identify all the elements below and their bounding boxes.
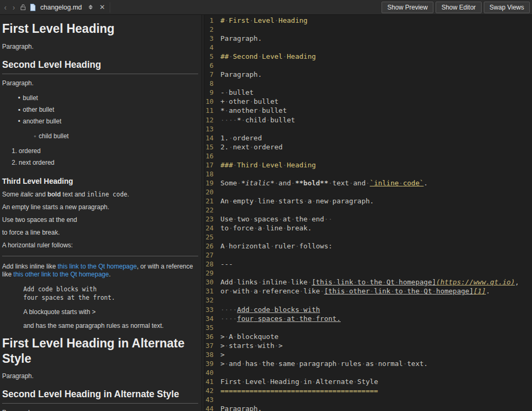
editor-line[interactable]: 23Use·two·spaces·at·the·end·· bbox=[205, 215, 532, 224]
whitespace-dot: · bbox=[282, 52, 287, 60]
editor-line[interactable]: 18 bbox=[205, 169, 532, 178]
whitespace-dot: · bbox=[229, 143, 233, 151]
editor-line[interactable]: 9-·bullet bbox=[205, 88, 532, 97]
whitespace-dot: · bbox=[304, 197, 308, 205]
line-number: 34 bbox=[205, 314, 220, 323]
line-number: 8 bbox=[205, 79, 220, 88]
editor-line[interactable]: 26A·horizontal·ruler·follows: bbox=[205, 242, 532, 251]
editor-line[interactable]: 34····four·spaces·at·the·front. bbox=[205, 314, 532, 323]
text-run: Some bbox=[2, 191, 21, 198]
whitespace-dot: · bbox=[225, 315, 229, 323]
line-number: 5 bbox=[205, 52, 220, 61]
editor-line[interactable]: 2 bbox=[205, 25, 532, 34]
line-number: 33 bbox=[205, 305, 220, 314]
line-number: 17 bbox=[205, 160, 220, 169]
editor-line[interactable]: 19Some·*italic*·and·**bold**·text·and·`i… bbox=[205, 178, 532, 187]
editor-line[interactable]: 21An·empty·line·starts·a·new·paragraph. bbox=[205, 196, 532, 206]
whitespace-dot: · bbox=[258, 278, 262, 286]
editor-line[interactable]: 5##·Second·Level·Heading bbox=[205, 52, 532, 61]
code-text: ····Add·code·blocks·with bbox=[220, 305, 320, 314]
whitespace-dot: · bbox=[241, 378, 245, 386]
line-number: 29 bbox=[205, 269, 220, 278]
qt-homepage-link[interactable]: this link to the Qt homepage bbox=[58, 263, 137, 270]
whitespace-dot: · bbox=[329, 197, 333, 205]
editor-line[interactable]: 8 bbox=[205, 79, 532, 88]
line-number: 24 bbox=[205, 224, 220, 233]
forward-button[interactable]: › bbox=[10, 1, 18, 14]
editor-line[interactable]: 6 bbox=[205, 61, 532, 70]
editor-line[interactable]: 16 bbox=[205, 151, 532, 160]
editor-line[interactable]: 25 bbox=[205, 233, 532, 242]
line-number: 37 bbox=[205, 341, 220, 350]
editor-line[interactable]: 32 bbox=[205, 296, 532, 305]
whitespace-dot: · bbox=[274, 197, 279, 205]
swap-views-button[interactable]: Swap Views bbox=[484, 2, 530, 13]
editor-line[interactable]: 3Paragraph. bbox=[205, 34, 532, 43]
text-run: . bbox=[109, 271, 110, 278]
md-paragraph: to force a line break. bbox=[2, 229, 198, 237]
italic-text: italic bbox=[21, 191, 33, 198]
md-h1-alt: First Level Heading in Alternate Style bbox=[2, 336, 198, 367]
whitespace-dot: · bbox=[258, 360, 262, 368]
editor-line[interactable]: 1#·First·Level·Heading bbox=[205, 16, 532, 25]
show-preview-button[interactable]: Show Preview bbox=[382, 2, 433, 13]
editor-line[interactable]: 28--- bbox=[205, 260, 532, 269]
editor-lines: 1#·First·Level·Heading23Paragraph.45##·S… bbox=[205, 16, 532, 411]
markdown-source-editor[interactable]: 1#·First·Level·Heading23Paragraph.45##·S… bbox=[205, 15, 532, 411]
whitespace-dot: · bbox=[229, 134, 233, 142]
code-text: 2.·next·ordered bbox=[220, 142, 282, 151]
close-document-button[interactable]: ✕ bbox=[100, 3, 105, 11]
whitespace-dot: · bbox=[229, 224, 233, 232]
editor-line[interactable]: 12····*·child·bullet bbox=[205, 115, 532, 124]
whitespace-dot: · bbox=[258, 52, 262, 60]
bullet-disc-icon: • bbox=[18, 92, 23, 104]
editor-line[interactable]: 152.·next·ordered bbox=[205, 142, 532, 151]
editor-line[interactable]: 13 bbox=[205, 124, 532, 133]
editor-line[interactable]: 31or·with·a·reference·like·[this·other·l… bbox=[205, 287, 532, 296]
editor-line[interactable]: 11*·another·bullet bbox=[205, 106, 532, 115]
code-text: --- bbox=[220, 260, 233, 269]
whitespace-dot: · bbox=[332, 278, 336, 286]
whitespace-dot: · bbox=[274, 342, 279, 350]
editor-line[interactable]: 42====================================== bbox=[205, 386, 532, 395]
md-h2-alt: Second Level Heading in Alternate Style bbox=[2, 389, 198, 404]
back-button[interactable]: ‹ bbox=[1, 1, 10, 14]
editor-line[interactable]: 17###·Third·Level·Heading bbox=[205, 160, 532, 169]
whitespace-dot: · bbox=[349, 179, 353, 187]
editor-line[interactable]: 24to·force·a·line·break. bbox=[205, 224, 532, 233]
document-dropdown-icon[interactable] bbox=[88, 5, 93, 10]
editor-line[interactable]: 22 bbox=[205, 206, 532, 215]
editor-line[interactable]: 10+·other·bullet bbox=[205, 97, 532, 106]
line-number: 31 bbox=[205, 287, 220, 296]
code-text: or·with·a·reference·like·[this·other·lin… bbox=[220, 287, 490, 296]
code-text: Use·two·spaces·at·the·end·· bbox=[220, 215, 332, 224]
code-text: >·A·blockquote bbox=[220, 332, 279, 341]
lock-icon[interactable] bbox=[20, 4, 26, 11]
editor-line[interactable]: 30Add·links·inline·like·[this·link·to·th… bbox=[205, 278, 532, 287]
editor-line[interactable]: 37>·starts·with·> bbox=[205, 341, 532, 350]
editor-line[interactable]: 35 bbox=[205, 323, 532, 332]
whitespace-dot: · bbox=[229, 197, 233, 205]
editor-line[interactable]: 41First·Level·Heading·in·Alternate·Style bbox=[205, 377, 532, 386]
editor-line[interactable]: 43 bbox=[205, 395, 532, 404]
list-item: •bullet bbox=[18, 92, 198, 104]
whitespace-dot: · bbox=[345, 287, 349, 295]
editor-line[interactable]: 141.·ordered bbox=[205, 133, 532, 142]
editor-line[interactable]: 39>·and·has·the·same·paragraph·rules·as·… bbox=[205, 359, 532, 368]
editor-line[interactable]: 27 bbox=[205, 251, 532, 260]
whitespace-dot: · bbox=[282, 224, 287, 232]
editor-line[interactable]: 38> bbox=[205, 350, 532, 359]
whitespace-dot: · bbox=[382, 278, 386, 286]
editor-line[interactable]: 33····Add·code·blocks·with bbox=[205, 305, 532, 314]
editor-line[interactable]: 7Paragraph. bbox=[205, 70, 532, 79]
editor-line[interactable]: 4 bbox=[205, 43, 532, 52]
document-selector[interactable]: changelog.md bbox=[40, 4, 82, 11]
line-number: 18 bbox=[205, 169, 220, 178]
editor-line[interactable]: 36>·A·blockquote bbox=[205, 332, 532, 341]
show-editor-button[interactable]: Show Editor bbox=[436, 2, 482, 13]
editor-line[interactable]: 29 bbox=[205, 269, 532, 278]
qt-homepage-reference-link[interactable]: this other link to the Qt homepage bbox=[13, 271, 109, 278]
editor-line[interactable]: 20 bbox=[205, 187, 532, 196]
editor-line[interactable]: 44Paragraph. bbox=[205, 404, 532, 411]
editor-line[interactable]: 40 bbox=[205, 368, 532, 377]
